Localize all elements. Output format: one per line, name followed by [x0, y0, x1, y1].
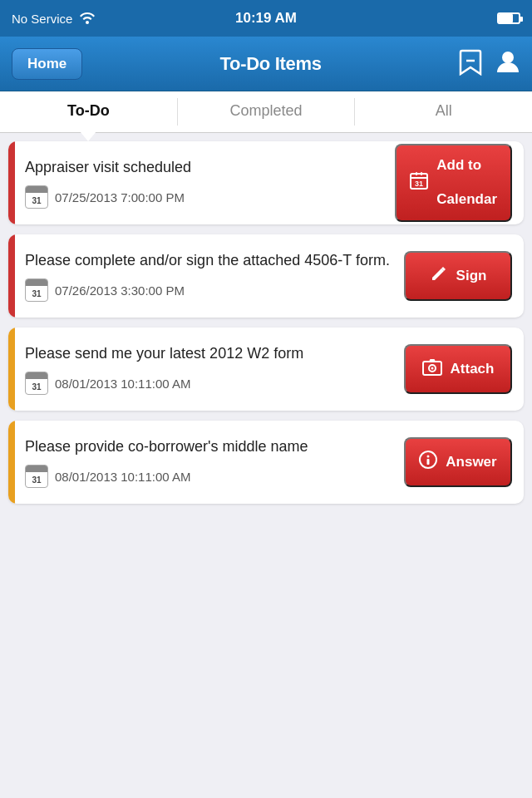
svg-rect-11 [427, 459, 430, 465]
profile-icon[interactable] [495, 49, 520, 79]
item-date-row: 31 07/25/2013 7:00:00 PM [25, 185, 387, 209]
action-button-calendar[interactable]: 31 Add toCalendar [395, 144, 512, 221]
todo-list: Appraiser visit scheduled 31 07/25/2013 … [0, 133, 532, 798]
tab-bar: To-Do Completed All [0, 91, 532, 133]
item-title: Please complete and/or sign the attached… [25, 250, 396, 270]
status-time: 10:19 AM [235, 10, 297, 27]
pen-icon [430, 264, 448, 287]
item-date-row: 31 08/01/2013 10:11:00 AM [25, 372, 396, 395]
nav-title: To-Do Items [220, 53, 322, 75]
status-bar: No Service 10:19 AM [0, 0, 532, 37]
tab-todo[interactable]: To-Do [0, 91, 177, 132]
cal-mini-icon: 31 [25, 465, 48, 488]
item-date-row: 31 07/26/2013 3:30:00 PM [25, 278, 396, 302]
item-stripe [8, 234, 15, 318]
item-date: 07/25/2013 7:00:00 PM [55, 190, 185, 204]
item-stripe [8, 328, 15, 411]
action-button-pen[interactable]: Sign [404, 251, 512, 300]
nav-icons [459, 49, 520, 79]
item-date: 07/26/2013 3:30:00 PM [55, 283, 185, 298]
camera-icon [422, 357, 442, 380]
item-title: Appraiser visit scheduled [25, 157, 387, 177]
item-content: Please send me your latest 2012 W2 form … [15, 332, 404, 406]
item-stripe [8, 421, 15, 504]
svg-point-10 [427, 456, 430, 458]
battery-icon [497, 12, 520, 24]
item-title: Please provide co-borrower's middle name [25, 436, 396, 456]
svg-rect-4 [421, 172, 422, 175]
list-item: Please provide co-borrower's middle name… [8, 421, 524, 504]
item-date: 08/01/2013 10:11:00 AM [55, 470, 190, 484]
item-date-row: 31 08/01/2013 10:11:00 AM [25, 465, 396, 488]
item-content: Please provide co-borrower's middle name… [15, 425, 404, 500]
wifi-icon [79, 11, 96, 27]
action-button-camera[interactable]: Attach [404, 344, 512, 393]
cal-mini-icon: 31 [25, 372, 48, 395]
carrier-text: No Service [12, 12, 72, 26]
cal-mini-icon: 31 [25, 185, 48, 209]
bookmark-icon[interactable] [459, 49, 482, 79]
list-item: Appraiser visit scheduled 31 07/25/2013 … [8, 141, 524, 224]
status-right [497, 12, 520, 24]
status-left: No Service [12, 11, 96, 27]
home-button[interactable]: Home [12, 48, 82, 80]
item-date: 08/01/2013 10:11:00 AM [55, 377, 190, 391]
list-item: Please complete and/or sign the attached… [8, 234, 524, 318]
action-button-info[interactable]: Answer [404, 437, 512, 486]
item-title: Please send me your latest 2012 W2 form [25, 343, 396, 363]
item-content: Please complete and/or sign the attached… [15, 239, 404, 313]
cal-mini-icon: 31 [25, 278, 48, 302]
list-item: Please send me your latest 2012 W2 form … [8, 328, 524, 411]
item-content: Appraiser visit scheduled 31 07/25/2013 … [15, 145, 395, 220]
info-icon [419, 451, 437, 473]
svg-text:31: 31 [415, 180, 423, 188]
tab-completed[interactable]: Completed [178, 91, 355, 132]
svg-point-1 [502, 52, 514, 63]
nav-bar: Home To-Do Items [0, 37, 532, 91]
item-stripe [8, 141, 15, 224]
svg-rect-3 [416, 172, 417, 175]
svg-point-8 [431, 367, 433, 370]
calendar-icon: 31 [410, 171, 428, 194]
tab-all[interactable]: All [355, 91, 532, 132]
